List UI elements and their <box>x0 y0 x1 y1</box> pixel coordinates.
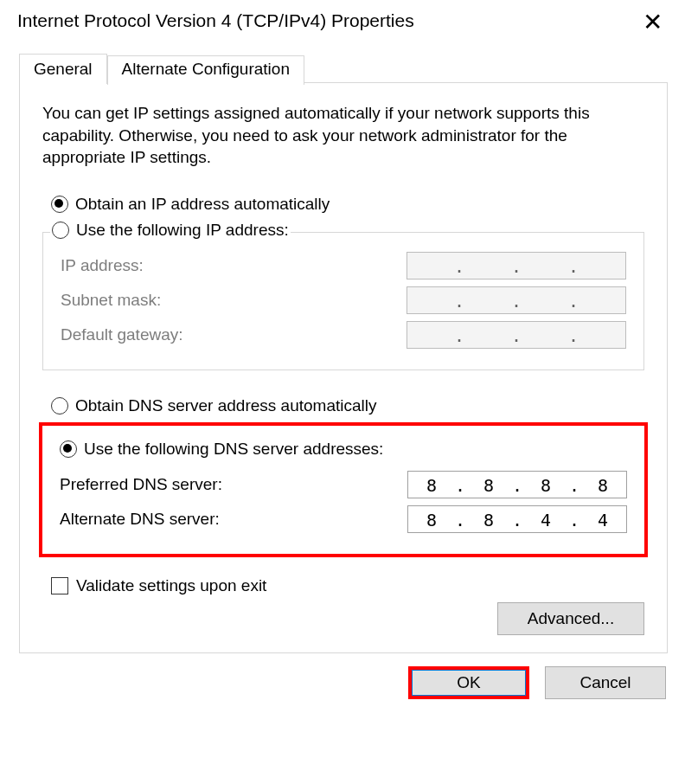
radio-label: Use the following IP address: <box>76 221 289 240</box>
radio-label: Obtain DNS server address automatically <box>75 396 376 415</box>
group-ip-manual: Use the following IP address: IP address… <box>42 232 644 370</box>
label-alternate-dns: Alternate DNS server: <box>60 510 220 529</box>
checkbox-icon <box>51 577 68 594</box>
radio-icon <box>51 196 68 213</box>
label-subnet-mask: Subnet mask: <box>61 291 161 310</box>
tab-bar: General Alternate Configuration <box>19 54 668 83</box>
checkbox-label: Validate settings upon exit <box>76 576 266 595</box>
radio-obtain-dns-auto[interactable]: Obtain DNS server address automatically <box>51 396 644 415</box>
radio-label: Use the following DNS server addresses: <box>84 440 383 459</box>
ok-button[interactable]: OK <box>408 666 529 699</box>
radio-icon <box>52 222 69 239</box>
tab-alternate-configuration[interactable]: Alternate Configuration <box>107 55 304 85</box>
radio-label: Obtain an IP address automatically <box>75 195 330 214</box>
input-default-gateway: ... <box>407 321 626 349</box>
group-dns-manual: Use the following DNS server addresses: … <box>39 422 648 557</box>
label-ip-address: IP address: <box>61 256 144 275</box>
window-title: Internet Protocol Version 4 (TCP/IPv4) P… <box>17 10 414 31</box>
radio-icon <box>51 397 68 414</box>
input-subnet-mask: ... <box>407 286 626 314</box>
label-preferred-dns: Preferred DNS server: <box>60 475 222 494</box>
label-default-gateway: Default gateway: <box>61 325 183 344</box>
panel-general: You can get IP settings assigned automat… <box>19 82 668 653</box>
input-ip-address: ... <box>407 252 626 280</box>
input-alternate-dns[interactable]: 8. 8. 4. 4 <box>407 505 627 533</box>
checkbox-validate-on-exit[interactable]: Validate settings upon exit <box>51 576 644 595</box>
advanced-button[interactable]: Advanced... <box>497 602 644 635</box>
radio-icon <box>60 440 77 458</box>
radio-use-following-ip[interactable]: Use the following IP address: <box>50 221 291 240</box>
input-preferred-dns[interactable]: 8. 8. 8. 8 <box>407 471 627 498</box>
cancel-button[interactable]: Cancel <box>545 666 666 699</box>
tab-general[interactable]: General <box>19 54 107 84</box>
radio-use-following-dns[interactable]: Use the following DNS server addresses: <box>60 440 627 459</box>
close-icon[interactable]: ✕ <box>636 10 669 35</box>
description-text: You can get IP settings assigned automat… <box>42 102 644 169</box>
radio-obtain-ip-auto[interactable]: Obtain an IP address automatically <box>51 195 644 214</box>
